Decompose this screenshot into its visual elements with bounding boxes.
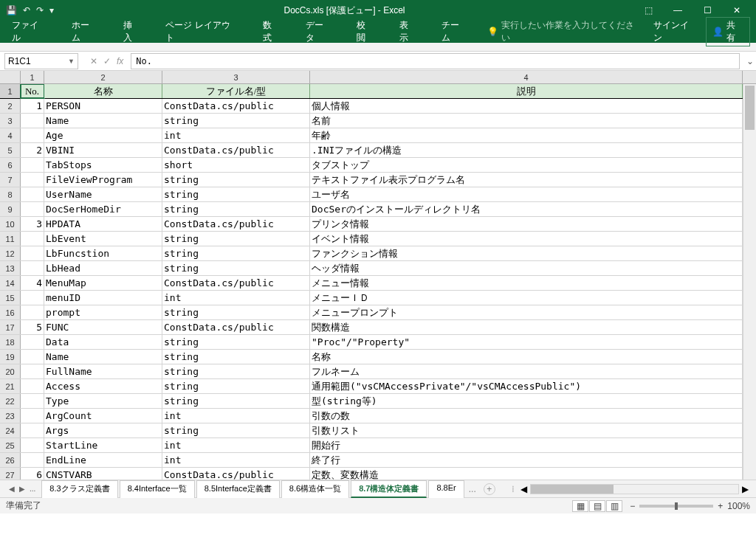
normal-view-icon[interactable]: ▦ (572, 500, 588, 512)
row-header[interactable]: 14 (0, 276, 21, 290)
cell[interactable]: ConstData.cs/public (162, 468, 310, 480)
vertical-scrollbar[interactable] (743, 84, 756, 480)
cell[interactable]: テキストファイル表示プログラム名 (310, 173, 743, 187)
row-header[interactable]: 13 (0, 261, 21, 275)
cell[interactable]: DocSerHomeDir (44, 202, 162, 216)
minimize-icon[interactable]: — (664, 2, 691, 18)
cell[interactable]: イベント情報 (310, 232, 743, 246)
chevron-down-icon[interactable]: ▼ (68, 58, 75, 65)
tab-pagelayout[interactable]: ページ レイアウト (159, 16, 244, 47)
tab-data[interactable]: データ (300, 16, 337, 47)
cell[interactable]: ConstData.cs/public (162, 143, 310, 157)
cell[interactable]: string (162, 261, 310, 275)
row-header[interactable]: 15 (0, 291, 21, 305)
row-header[interactable]: 16 (0, 305, 21, 319)
row-header[interactable]: 17 (0, 320, 21, 334)
cell[interactable] (21, 114, 44, 128)
cell[interactable]: 4 (21, 276, 44, 290)
sheet-tab[interactable]: 8.8Er (428, 480, 464, 498)
cell[interactable]: string (162, 173, 310, 187)
cell[interactable] (21, 158, 44, 172)
redo-icon[interactable]: ↷ (36, 5, 44, 15)
column-header[interactable]: 2 (44, 71, 162, 83)
cell[interactable]: LbHead (44, 261, 162, 275)
row-header[interactable]: 1 (0, 84, 21, 98)
cell[interactable]: ファイル名/型 (162, 84, 310, 98)
share-button[interactable]: 👤 共有 (706, 17, 750, 46)
expand-formula-icon[interactable]: ⌄ (744, 56, 756, 66)
row-header[interactable]: 25 (0, 438, 21, 452)
column-header[interactable]: 4 (310, 71, 743, 83)
tab-formulas[interactable]: 数式 (257, 16, 286, 47)
cell[interactable]: UserName (44, 187, 162, 201)
column-header[interactable]: 1 (21, 71, 44, 83)
sheet-tab[interactable]: 8.3クラス定義書 (41, 480, 117, 498)
cell[interactable]: ConstData.cs/public (162, 276, 310, 290)
cell[interactable] (21, 246, 44, 260)
cell[interactable]: ConstData.cs/public (162, 217, 310, 231)
cell[interactable]: string (162, 350, 310, 364)
cell[interactable]: No. (21, 84, 44, 98)
sheet-overflow[interactable]: ... (466, 484, 479, 494)
row-header[interactable]: 7 (0, 173, 21, 187)
row-header[interactable]: 8 (0, 187, 21, 201)
cell[interactable]: Access (44, 379, 162, 393)
name-box[interactable]: R1C1 ▼ (4, 53, 78, 69)
cell[interactable]: string (162, 379, 310, 393)
cell[interactable] (21, 187, 44, 201)
cell[interactable]: 引数の数 (310, 409, 743, 423)
cell[interactable]: ファンクション情報 (310, 246, 743, 260)
cell[interactable] (21, 291, 44, 305)
cell[interactable]: Type (44, 394, 162, 408)
scrollbar-thumb[interactable] (531, 485, 614, 494)
cell[interactable]: string (162, 364, 310, 378)
cell[interactable]: メニュー情報 (310, 276, 743, 290)
cell[interactable] (21, 453, 44, 467)
tab-team[interactable]: チーム (436, 16, 473, 47)
cell[interactable]: フルネーム (310, 364, 743, 378)
cell[interactable]: 年齢 (310, 128, 743, 142)
customize-qat-icon[interactable]: ▾ (49, 5, 54, 15)
cell[interactable]: ヘッダ情報 (310, 261, 743, 275)
cell[interactable]: int (162, 453, 310, 467)
cell[interactable] (21, 128, 44, 142)
cell[interactable]: int (162, 409, 310, 423)
row-header[interactable]: 22 (0, 394, 21, 408)
cell[interactable] (21, 261, 44, 275)
cell[interactable]: FullName (44, 364, 162, 378)
cell[interactable]: string (162, 246, 310, 260)
hscroll-left-icon[interactable]: ◀ (518, 484, 530, 494)
row-header[interactable]: 2 (0, 99, 21, 113)
cell[interactable]: CNSTVARB (44, 468, 162, 480)
tab-review[interactable]: 校閲 (351, 16, 380, 47)
cell[interactable]: タブストップ (310, 158, 743, 172)
cell[interactable]: VBINI (44, 143, 162, 157)
zoom-slider[interactable] (639, 505, 713, 508)
cell[interactable]: EndLine (44, 453, 162, 467)
cell[interactable]: string (162, 423, 310, 437)
cell[interactable]: string (162, 232, 310, 246)
cell[interactable]: メニュープロンプト (310, 305, 743, 319)
cell[interactable]: 関数構造 (310, 320, 743, 334)
cell[interactable] (21, 379, 44, 393)
tab-view[interactable]: 表示 (394, 16, 423, 47)
cell[interactable]: 5 (21, 320, 44, 334)
undo-icon[interactable]: ↶ (23, 5, 30, 15)
cell[interactable]: FUNC (44, 320, 162, 334)
cell[interactable]: 定数、変数構造 (310, 468, 743, 480)
row-header[interactable]: 27 (0, 468, 21, 480)
sheet-nav-next-icon[interactable]: ▶ (19, 485, 25, 493)
row-header[interactable]: 11 (0, 232, 21, 246)
cell[interactable]: HPDATA (44, 217, 162, 231)
cell[interactable]: 名前 (310, 114, 743, 128)
row-header[interactable]: 23 (0, 409, 21, 423)
cell[interactable]: 通用範囲("vsCMAccessPrivate"/"vsCMAccessPubl… (310, 379, 743, 393)
row-header[interactable]: 3 (0, 114, 21, 128)
cell[interactable]: prompt (44, 305, 162, 319)
cell[interactable]: int (162, 291, 310, 305)
cell[interactable]: Data (44, 335, 162, 349)
close-icon[interactable]: ✕ (724, 2, 750, 18)
cell[interactable]: LbEvent (44, 232, 162, 246)
cell[interactable]: PERSON (44, 99, 162, 113)
cell[interactable] (21, 364, 44, 378)
